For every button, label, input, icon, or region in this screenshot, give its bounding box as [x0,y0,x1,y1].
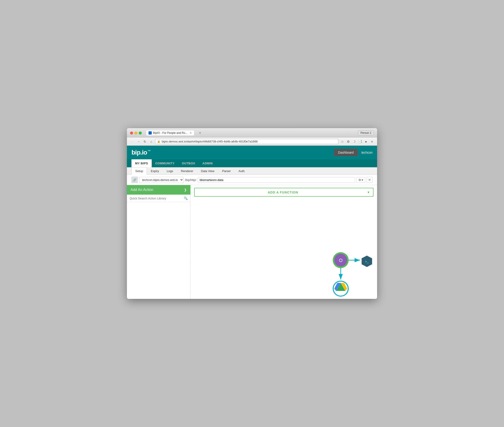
tab-expiry[interactable]: Expiry [147,167,163,175]
lock-icon: 🔒 [157,140,160,143]
drive-icon-yellow [341,283,347,291]
browser-toolbar: ← → ↻ ⌂ 🔒 bipio.demos.wot.io/dash#/bipio… [127,137,377,146]
app-nav: MY BIPS COMMUNITY OUTBOX ADMIN [127,159,377,167]
tab-auth[interactable]: Auth [235,167,249,175]
add-action-label: Add An Action [131,188,153,192]
tab-manager-button[interactable]: 📑 [357,139,363,144]
bookmark-button[interactable]: ☆ [340,139,345,144]
tab-close-button[interactable]: ✕ [190,131,192,135]
drive-icon-green [336,283,345,291]
tab-data-view[interactable]: Data View [197,167,218,175]
back-button[interactable]: ← [130,139,135,144]
settings-icon: ⚙ [358,178,361,182]
url-slash: /bip/http/ [185,178,196,182]
forward-button[interactable]: → [136,139,141,144]
url-path-input[interactable] [198,177,355,183]
tab-renderer[interactable]: Renderer [177,167,197,175]
canvas-area: ADD A FUNCTION ▾ ⬡ [191,185,377,299]
url-settings-button[interactable]: ⚙ ▾ [356,177,365,183]
drive-icon-blue [334,283,341,291]
browser-tab[interactable]: · BipIO - For People and Ro... ✕ [146,130,194,135]
link-icon: 🔗 [133,178,136,182]
drive-node[interactable] [333,281,348,296]
app-logo: bip.io™ [132,149,151,156]
logo-trademark: ™ [148,149,151,153]
source-node-outer[interactable] [333,252,349,268]
search-input[interactable] [130,197,182,200]
extensions-button[interactable]: ⚙ [346,139,351,144]
search-icon: 🔍 [184,196,188,200]
browser-titlebar: · BipIO - For People and Ro... ✕ + Perso… [127,128,377,137]
add-action-button[interactable]: Add An Action ❯ [127,185,190,195]
sidebar: Add An Action ❯ 🔍 [127,185,191,299]
dashboard-button[interactable]: Dashboard [334,149,358,156]
header-right: Dashboard techcon [334,149,372,156]
app-tabs: Setup Expiry Logs Renderer Data View Par… [127,167,377,175]
url-domain-select[interactable]: techcon.bipio.demos.wot.io [139,177,184,183]
menu-button[interactable]: ≡ [369,139,374,144]
home-button[interactable]: ⌂ [149,139,154,144]
close-icon: ✕ [368,178,371,182]
workflow-svg: ⬡ >_ [323,244,377,299]
username-label: techcon [361,151,372,154]
reload-button[interactable]: ↻ [142,139,147,144]
search-bar: 🔍 [127,195,190,202]
tab-logs[interactable]: Logs [163,167,177,175]
maximize-window-button[interactable] [139,131,142,135]
traffic-lights [130,131,142,135]
browser-window: · BipIO - For People and Ro... ✕ + Perso… [127,128,377,299]
tab-setup[interactable]: Setup [132,167,147,175]
favicon-letter: · [150,132,151,134]
add-function-chevron: ▾ [368,190,369,194]
add-action-arrow-icon: ❯ [184,188,187,192]
url-close-button[interactable]: ✕ [367,177,372,183]
profile-button[interactable]: ● [363,139,369,144]
source-node-inner [334,254,347,267]
moon-button[interactable]: ☽ [352,139,357,144]
terminal-node-icon: >_ [365,260,369,263]
add-function-label: ADD A FUNCTION [198,191,368,194]
address-bar[interactable]: 🔒 bipio.demos.wot.io/dash#/bipio/44b6873… [155,139,338,144]
nav-item-my-bips[interactable]: MY BIPS [132,159,152,167]
tab-favicon: · [148,131,152,135]
address-text: bipio.demos.wot.io/dash#/bipio/44b68738-… [162,140,336,143]
close-window-button[interactable] [130,131,133,135]
nav-item-outbox[interactable]: OUTBOX [178,159,199,167]
source-node-icon: ⬡ [339,258,342,263]
tab-parser[interactable]: Parser [218,167,235,175]
url-link-icon[interactable]: 🔗 [132,177,138,183]
tab-title: BipIO - For People and Ro... [153,131,187,135]
nav-item-admin[interactable]: ADMIN [199,159,216,167]
logo-text: bip.io [132,149,147,156]
add-function-bar[interactable]: ADD A FUNCTION ▾ [194,188,373,197]
person-button[interactable]: Person 1 [358,130,374,135]
nav-item-community[interactable]: COMMUNITY [152,159,178,167]
app-header: bip.io™ Dashboard techcon [127,146,377,159]
minimize-window-button[interactable] [134,131,137,135]
toolbar-actions: ☆ ⚙ ☽ 📑 ● ≡ [340,139,374,144]
terminal-node[interactable] [362,256,372,267]
app-main: Add An Action ❯ 🔍 ADD A FUNCTION ▾ [127,185,377,299]
url-row: 🔗 techcon.bipio.demos.wot.io /bip/http/ … [127,175,377,185]
settings-chevron: ▾ [362,178,363,182]
new-tab-button[interactable]: + [197,130,203,135]
